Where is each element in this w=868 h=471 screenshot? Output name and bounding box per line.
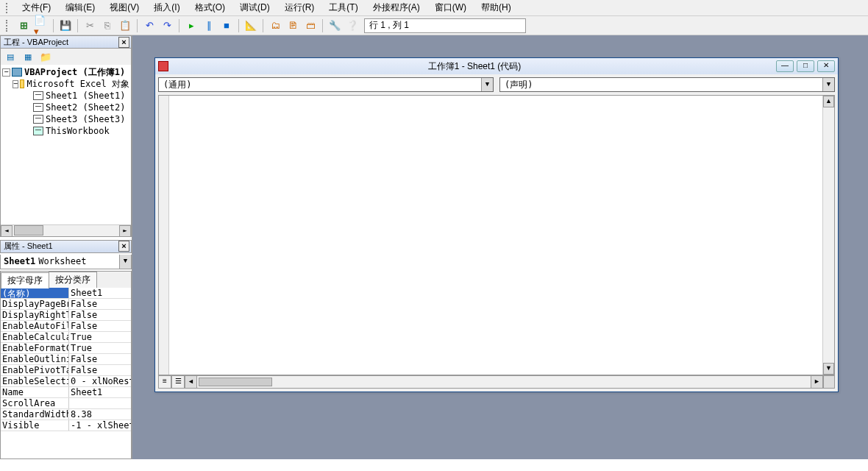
property-value[interactable]: True (69, 343, 131, 353)
property-value[interactable]: False (69, 299, 131, 309)
design-mode-icon[interactable]: 📐 (243, 18, 259, 34)
property-value[interactable]: Sheet1 (69, 387, 131, 397)
properties-panel-close[interactable]: × (118, 241, 129, 252)
help-icon[interactable]: ❔ (344, 18, 360, 34)
property-row[interactable]: EnableAutoFiltFalse (1, 321, 131, 332)
scroll-up-icon[interactable]: ▲ (823, 96, 834, 107)
scroll-right-icon[interactable]: ► (119, 225, 131, 237)
redo-icon[interactable]: ↷ (159, 18, 175, 34)
project-explorer-icon[interactable]: 🗂 (267, 18, 283, 34)
property-row[interactable]: Visible-1 - xlSheetV (1, 420, 131, 431)
property-value[interactable]: True (69, 332, 131, 342)
property-row[interactable]: DisplayRightToFalse (1, 310, 131, 321)
minimize-button[interactable]: — (776, 60, 794, 72)
close-button[interactable]: ✕ (817, 60, 835, 72)
property-name[interactable]: DisplayRightTo (1, 310, 69, 320)
property-value[interactable]: False (69, 365, 131, 375)
menubar-grip[interactable] (6, 3, 10, 13)
property-name[interactable]: DisplayPageBre (1, 299, 69, 309)
property-name[interactable]: EnablePivotTab (1, 365, 69, 375)
dropdown-icon[interactable]: ▼ (822, 78, 834, 91)
tree-sheet2[interactable]: Sheet2 (Sheet2) (2, 102, 129, 113)
menu-help[interactable]: 帮助(H) (474, 0, 519, 15)
tree-folder-excel[interactable]: − Microsoft Excel 对象 (2, 78, 129, 90)
tree-hscroll[interactable]: ◄ ► (1, 224, 131, 236)
menu-debug[interactable]: 调试(D) (232, 0, 277, 15)
property-name[interactable]: Visible (1, 420, 69, 431)
editor-vscroll[interactable]: ▲ ▼ (822, 96, 834, 375)
property-value[interactable]: False (69, 354, 131, 364)
scroll-left-icon[interactable]: ◄ (185, 376, 197, 388)
properties-icon[interactable]: 🖹 (285, 18, 301, 34)
property-row[interactable]: NameSheet1 (1, 387, 131, 398)
project-panel-close[interactable]: × (118, 37, 129, 48)
scroll-left-icon[interactable]: ◄ (1, 225, 13, 237)
menu-format[interactable]: 格式(O) (188, 0, 232, 15)
property-value[interactable]: Sheet1 (69, 288, 131, 298)
save-icon[interactable]: 💾 (57, 18, 74, 34)
expand-icon[interactable]: − (2, 68, 10, 77)
menu-edit[interactable]: 编辑(E) (58, 0, 102, 15)
toggle-folders-icon[interactable]: 📁 (38, 49, 54, 64)
tab-categorized[interactable]: 按分类序 (49, 272, 97, 288)
property-row[interactable]: EnablePivotTabFalse (1, 365, 131, 376)
property-row[interactable]: StandardWidth8.38 (1, 409, 131, 420)
menu-window[interactable]: 窗口(W) (427, 0, 474, 15)
property-value[interactable] (69, 398, 131, 408)
code-window-titlebar[interactable]: 工作簿1 - Sheet1 (代码) — □ ✕ (155, 58, 838, 74)
object-selector[interactable]: Sheet1 Worksheet ▼ (0, 255, 132, 269)
property-name[interactable]: EnableCalculat (1, 332, 69, 342)
property-name[interactable]: Name (1, 387, 69, 397)
menu-addins[interactable]: 外接程序(A) (366, 0, 427, 15)
property-row[interactable]: EnableSelectio0 - xlNoRestr (1, 376, 131, 387)
scroll-right-icon[interactable]: ► (811, 376, 822, 388)
insert-module-icon[interactable]: 📄▾ (33, 18, 49, 34)
property-name[interactable]: StandardWidth (1, 409, 69, 419)
property-name[interactable]: (名称) (1, 288, 69, 298)
property-name[interactable]: EnableAutoFilt (1, 321, 69, 331)
break-icon[interactable]: ∥ (201, 18, 217, 34)
editor-hscroll[interactable]: ◄ ► (185, 375, 823, 389)
property-row[interactable]: ScrollArea (1, 398, 131, 409)
menu-file[interactable]: 文件(F) (15, 0, 58, 15)
property-name[interactable]: EnableSelectio (1, 376, 69, 386)
menu-run[interactable]: 运行(R) (277, 0, 322, 15)
scroll-thumb[interactable] (199, 378, 272, 386)
property-value[interactable]: False (69, 321, 131, 331)
property-row[interactable]: EnableCalculatTrue (1, 332, 131, 343)
property-name[interactable]: EnableFormatCo (1, 343, 69, 353)
dropdown-icon[interactable]: ▼ (481, 78, 493, 91)
property-name[interactable]: ScrollArea (1, 398, 69, 408)
property-value[interactable]: 0 - xlNoRestr (69, 376, 131, 386)
tab-alphabetic[interactable]: 按字母序 (1, 272, 49, 288)
menu-tools[interactable]: 工具(T) (321, 0, 365, 15)
tree-sheet1[interactable]: Sheet1 (Sheet1) (2, 90, 129, 102)
object-dropdown[interactable]: (通用) ▼ (158, 77, 494, 92)
run-icon[interactable]: ▸ (183, 18, 199, 34)
excel-icon[interactable]: ⊞ (15, 18, 32, 34)
view-code-icon[interactable]: ▤ (2, 49, 18, 64)
object-browser-icon[interactable]: 🗃 (302, 18, 319, 34)
dropdown-icon[interactable]: ▼ (119, 255, 131, 269)
property-row[interactable]: (名称)Sheet1 (1, 288, 131, 299)
tree-root[interactable]: − VBAProject (工作簿1) (2, 66, 129, 78)
maximize-button[interactable]: □ (797, 60, 814, 72)
cut-icon[interactable]: ✂ (82, 18, 98, 34)
procedure-view-button[interactable]: ≡ (158, 375, 171, 389)
reset-icon[interactable]: ■ (218, 18, 235, 34)
menu-insert[interactable]: 插入(I) (146, 0, 187, 15)
property-value[interactable]: -1 - xlSheetV (69, 420, 131, 431)
property-row[interactable]: DisplayPageBreFalse (1, 299, 131, 310)
code-area[interactable] (169, 96, 822, 375)
toolbox-icon[interactable]: 🔧 (327, 18, 343, 34)
tree-sheet3[interactable]: Sheet3 (Sheet3) (2, 113, 129, 125)
property-row[interactable]: EnableOutlininFalse (1, 354, 131, 365)
copy-icon[interactable]: ⎘ (99, 18, 115, 34)
property-row[interactable]: EnableFormatCoTrue (1, 343, 131, 354)
code-editor[interactable]: ▲ ▼ (158, 95, 835, 375)
procedure-dropdown[interactable]: (声明) ▼ (499, 77, 835, 92)
property-name[interactable]: EnableOutlinin (1, 354, 69, 364)
menu-view[interactable]: 视图(V) (102, 0, 146, 15)
property-value[interactable]: False (69, 310, 131, 320)
expand-icon[interactable]: − (13, 80, 18, 88)
